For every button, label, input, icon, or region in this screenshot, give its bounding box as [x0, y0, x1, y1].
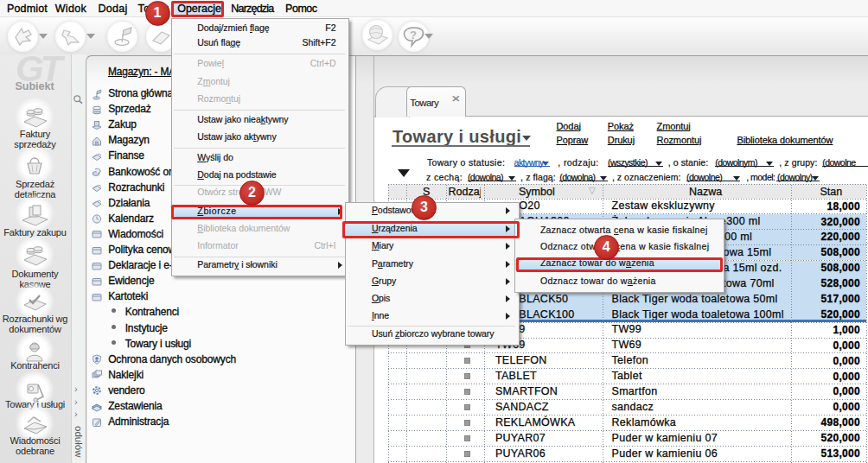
svg-text:?: ?	[410, 29, 417, 41]
